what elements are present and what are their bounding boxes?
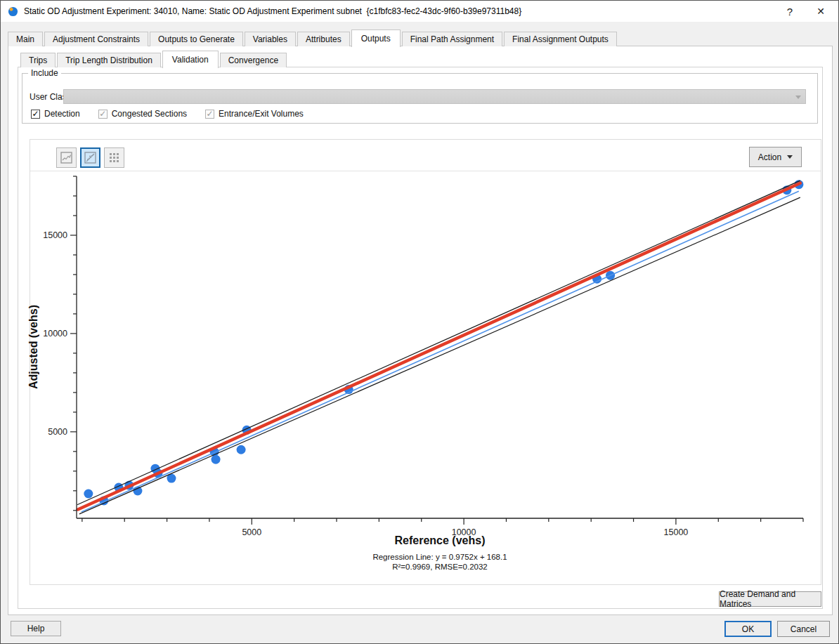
line-chart-view-button[interactable] <box>56 147 77 168</box>
outputs-sub-tab-bar: TripsTrip Length DistributionValidationC… <box>20 51 288 67</box>
action-button-label: Action <box>758 152 781 162</box>
regression-stats-text: R²=0.9969, RMSE=0.2032 <box>77 563 803 571</box>
data-point <box>212 455 221 464</box>
subtab-validation[interactable]: Validation <box>162 51 219 68</box>
help-caption-button[interactable]: ? <box>778 1 802 22</box>
window-title: Static OD Adjustment Experiment: 34010, … <box>24 6 521 16</box>
include-legend: Include <box>28 68 61 78</box>
checkbox-box: ✓ <box>205 110 214 119</box>
y-tick-label: 5000 <box>48 427 67 437</box>
chevron-down-icon <box>787 155 793 159</box>
regression-line <box>78 183 800 510</box>
action-button[interactable]: Action <box>749 147 802 167</box>
line-chart-icon <box>60 152 72 164</box>
y-tick-label: 15000 <box>43 230 67 240</box>
subtab-trips[interactable]: Trips <box>20 53 56 67</box>
checkbox-box[interactable]: ✓ <box>31 110 40 119</box>
tab-attributes[interactable]: Attributes <box>297 32 350 46</box>
help-button[interactable]: Help <box>11 621 61 636</box>
static-od-adjustment-dialog: Static OD Adjustment Experiment: 34010, … <box>0 0 839 644</box>
include-groupbox: Include User Class: ✓Detection✓Congested… <box>22 73 818 124</box>
cancel-button[interactable]: Cancel <box>777 621 830 637</box>
regression-equation-text: Regression Line: y = 0.9752x + 168.1 <box>77 553 803 561</box>
subtab-trip-length-distribution[interactable]: Trip Length Distribution <box>57 53 161 67</box>
user-class-dropdown <box>63 89 806 104</box>
create-demand-and-matrices-button[interactable]: Create Demand and Matrices <box>719 591 821 607</box>
table-view-button[interactable] <box>104 147 124 168</box>
tab-final-path-assignment[interactable]: Final Path Assignment <box>402 32 502 46</box>
checkbox-entrance-exit-volumes: ✓Entrance/Exit Volumes <box>205 109 304 119</box>
data-point <box>237 445 246 454</box>
data-point <box>84 489 93 498</box>
y-axis-title: Adjusted (vehs) <box>27 176 40 518</box>
chevron-down-icon <box>795 96 801 99</box>
chart-toolbar: Action <box>30 140 821 171</box>
tab-variables[interactable]: Variables <box>245 32 296 46</box>
scatter-plot-icon <box>84 152 96 164</box>
close-icon[interactable]: ✕ <box>809 1 833 22</box>
validation-scatter-chart: 5000100001500050001000015000 <box>22 172 823 576</box>
y-tick-label: 10000 <box>43 329 67 339</box>
subtab-convergence[interactable]: Convergence <box>220 53 287 67</box>
tab-final-assignment-outputs[interactable]: Final Assignment Outputs <box>504 32 617 46</box>
tab-outputs-to-generate[interactable]: Outputs to Generate <box>150 32 243 46</box>
tab-adjustment-constraints[interactable]: Adjustment Constraints <box>44 32 148 46</box>
ok-button[interactable]: OK <box>724 621 772 637</box>
secondary-fit-line <box>82 191 799 512</box>
tab-main[interactable]: Main <box>8 32 43 46</box>
checkbox-label: Detection <box>44 109 80 119</box>
checkbox-congested-sections: ✓Congested Sections <box>98 109 187 119</box>
main-tab-bar: MainAdjustment ConstraintsOutputs to Gen… <box>8 29 618 46</box>
table-grid-icon <box>108 152 120 164</box>
checkbox-label: Entrance/Exit Volumes <box>219 109 304 119</box>
checkbox-label: Congested Sections <box>112 109 187 119</box>
checkbox-detection[interactable]: ✓Detection <box>31 109 80 119</box>
tab-outputs[interactable]: Outputs <box>351 29 401 47</box>
bound-line-lower <box>79 197 800 514</box>
checkbox-box: ✓ <box>98 110 108 119</box>
x-axis-title: Reference (vehs) <box>77 534 803 547</box>
experiment-icon <box>8 6 18 17</box>
title-bar: Static OD Adjustment Experiment: 34010, … <box>1 1 838 22</box>
scatter-plot-view-button[interactable] <box>80 147 100 168</box>
bound-line-upper <box>77 180 800 505</box>
include-checkboxes: ✓Detection✓Congested Sections✓Entrance/E… <box>31 109 304 119</box>
